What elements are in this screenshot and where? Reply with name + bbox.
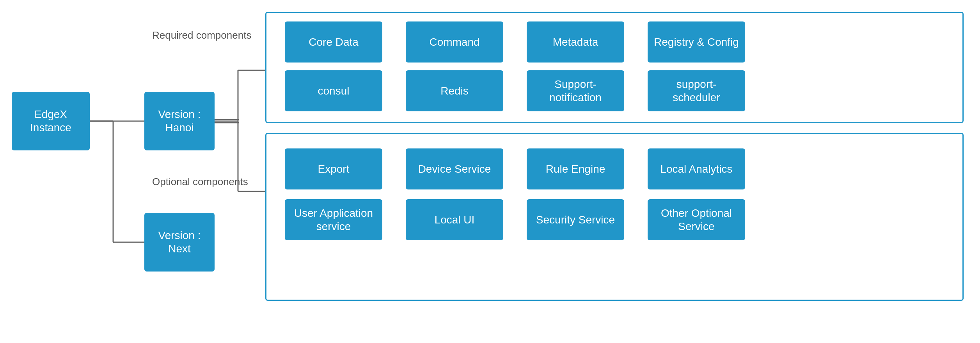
optional-components-label: Optional components [152, 176, 248, 188]
consul-box: consul [285, 70, 382, 111]
export-box: Export [285, 148, 382, 189]
edgex-instance-box: EdgeXInstance [12, 92, 90, 150]
metadata-box: Metadata [527, 21, 624, 63]
command-box: Command [406, 21, 503, 63]
other-optional-service-box: Other OptionalService [648, 199, 745, 240]
support-notification-box: Support-notification [527, 70, 624, 111]
required-components-label: Required components [152, 29, 251, 41]
rule-engine-box: Rule Engine [527, 148, 624, 189]
local-ui-box: Local UI [406, 199, 503, 240]
user-app-service-box: User Applicationservice [285, 199, 382, 240]
version-hanoi-box: Version :Hanoi [144, 92, 215, 150]
device-service-box: Device Service [406, 148, 503, 189]
diagram-container: EdgeXInstance Version :Hanoi Version :Ne… [0, 0, 980, 343]
redis-box: Redis [406, 70, 503, 111]
registry-config-box: Registry & Config [648, 21, 745, 63]
security-service-box: Security Service [527, 199, 624, 240]
local-analytics-box: Local Analytics [648, 148, 745, 189]
core-data-box: Core Data [285, 21, 382, 63]
support-scheduler-box: support-scheduler [648, 70, 745, 111]
version-next-box: Version :Next [144, 213, 215, 272]
